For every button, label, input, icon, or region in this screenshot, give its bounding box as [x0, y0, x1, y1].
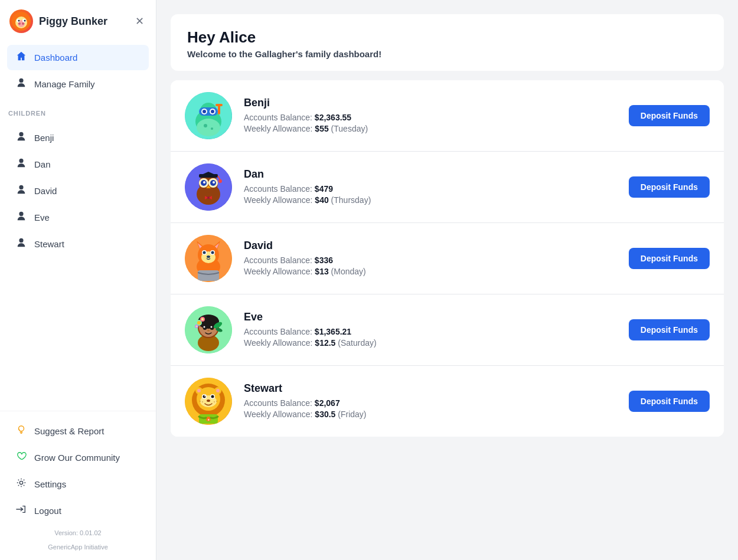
dan-label: Dan	[34, 159, 51, 169]
avatar-benji	[185, 92, 232, 139]
page-subtitle: Welcome to the Gallagher's family dashbo…	[187, 49, 707, 59]
child-card-eve: Eve Accounts Balance: $1,365.21 Weekly A…	[171, 294, 724, 366]
svg-point-40	[207, 197, 210, 199]
deposit-button-benji[interactable]: Deposit Funds	[629, 105, 710, 126]
svg-point-65	[196, 326, 198, 328]
svg-point-7	[18, 20, 20, 22]
benji-balance-value: $2,363.55	[315, 113, 351, 122]
stewart-allowance-day: (Friday)	[338, 410, 366, 419]
person-icon	[15, 77, 27, 91]
svg-point-83	[203, 395, 206, 398]
sidebar-item-benji[interactable]: Benji	[7, 125, 149, 150]
svg-point-31	[203, 181, 205, 184]
svg-point-70	[207, 330, 210, 332]
david-allowance-day: (Monday)	[331, 267, 366, 276]
svg-point-10	[19, 481, 22, 484]
child-card-david: David Accounts Balance: $336 Weekly Allo…	[171, 223, 724, 294]
main-content: Hey Alice Welcome to the Gallagher's fam…	[156, 0, 738, 560]
svg-point-79	[216, 389, 220, 392]
svg-point-87	[202, 401, 203, 402]
child-balance-dan: Accounts Balance: $479	[244, 184, 629, 194]
eve-balance-value: $1,365.21	[315, 327, 351, 336]
svg-point-21	[197, 119, 220, 136]
initiative-text: GenericApp Initiative	[7, 539, 149, 553]
benji-allowance-day: (Tuesday)	[331, 124, 368, 133]
svg-point-53	[207, 256, 210, 258]
dan-allowance-day: (Thursday)	[331, 195, 371, 205]
home-icon	[15, 51, 27, 64]
child-name-dan: Dan	[244, 168, 629, 181]
child-allowance-eve: Weekly Allowance: $12.5 (Saturday)	[244, 338, 629, 348]
svg-point-23	[211, 127, 213, 130]
sidebar-nav: Dashboard Manage Family	[0, 40, 156, 103]
svg-point-51	[203, 251, 206, 254]
child-allowance-david: Weekly Allowance: $13 (Monday)	[244, 267, 629, 276]
child-info-benji: Benji Accounts Balance: $2,363.55 Weekly…	[244, 97, 629, 135]
sidebar-item-david[interactable]: David	[7, 178, 149, 204]
child-balance-stewart: Accounts Balance: $2,067	[244, 398, 629, 408]
child-name-david: David	[244, 240, 629, 252]
child-info-eve: Eve Accounts Balance: $1,365.21 Weekly A…	[244, 311, 629, 349]
heart-icon	[15, 451, 27, 464]
child-card-stewart: ★ Stewart Accounts Balance: $2,067 Weekl…	[171, 366, 724, 437]
stewart-balance-value: $2,067	[315, 398, 340, 408]
lightbulb-icon	[15, 424, 27, 438]
brand: Piggy Bunker	[9, 9, 107, 33]
sidebar-bottom: Suggest & Report Grow Our Community Sett…	[0, 411, 156, 560]
svg-point-63	[201, 318, 204, 320]
sidebar-item-dashboard[interactable]: Dashboard	[7, 45, 149, 70]
brand-name: Piggy Bunker	[39, 15, 107, 28]
svg-point-18	[211, 110, 214, 113]
child-icon-dan	[15, 158, 27, 171]
child-allowance-benji: Weekly Allowance: $55 (Tuesday)	[244, 124, 629, 133]
avatar-eve	[185, 306, 232, 353]
grow-community-item[interactable]: Grow Our Community	[7, 445, 149, 470]
manage-family-label: Manage Family	[34, 79, 95, 89]
settings-item[interactable]: Settings	[7, 471, 149, 497]
child-card-benji: Benji Accounts Balance: $2,363.55 Weekly…	[171, 80, 724, 152]
sidebar-header: Piggy Bunker ✕	[0, 0, 156, 40]
svg-point-4	[22, 22, 24, 25]
deposit-button-dan[interactable]: Deposit Funds	[629, 176, 710, 198]
avatar-dan	[185, 163, 232, 211]
svg-point-86	[207, 399, 210, 402]
sidebar-item-dan[interactable]: Dan	[7, 152, 149, 177]
david-balance-value: $336	[315, 256, 333, 265]
deposit-button-eve[interactable]: Deposit Funds	[629, 319, 710, 340]
logout-icon	[15, 504, 27, 518]
page-greeting: Hey Alice	[187, 28, 707, 47]
child-name-stewart: Stewart	[244, 382, 629, 395]
close-sidebar-button[interactable]: ✕	[133, 12, 146, 30]
child-info-david: David Accounts Balance: $336 Weekly Allo…	[244, 240, 629, 278]
sidebar: Piggy Bunker ✕ Dashboard Manage Family C…	[0, 0, 156, 560]
benji-label: Benji	[34, 133, 54, 143]
svg-point-90	[216, 401, 217, 402]
deposit-button-david[interactable]: Deposit Funds	[629, 248, 710, 269]
avatar-david	[185, 235, 232, 282]
david-label: David	[34, 186, 57, 196]
svg-point-8	[24, 20, 26, 22]
children-list: Benji Accounts Balance: $2,363.55 Weekly…	[171, 80, 724, 437]
child-balance-david: Accounts Balance: $336	[244, 256, 629, 265]
child-balance-eve: Accounts Balance: $1,365.21	[244, 327, 629, 336]
child-allowance-dan: Weekly Allowance: $40 (Thursday)	[244, 195, 629, 205]
svg-rect-20	[215, 104, 223, 106]
child-name-eve: Eve	[244, 311, 629, 323]
child-allowance-stewart: Weekly Allowance: $30.5 (Friday)	[244, 410, 629, 419]
sidebar-item-manage-family[interactable]: Manage Family	[7, 71, 149, 97]
logout-item[interactable]: Logout	[7, 498, 149, 523]
suggest-report-item[interactable]: Suggest & Report	[7, 418, 149, 444]
svg-point-84	[211, 395, 214, 398]
grow-community-label: Grow Our Community	[34, 453, 120, 463]
child-card-dan: Dan Accounts Balance: $479 Weekly Allowa…	[171, 152, 724, 223]
child-icon-benji	[15, 131, 27, 145]
child-name-benji: Benji	[244, 97, 629, 109]
brand-logo	[9, 9, 33, 33]
sidebar-item-stewart[interactable]: Stewart	[7, 231, 149, 257]
child-info-dan: Dan Accounts Balance: $479 Weekly Allowa…	[244, 168, 629, 207]
settings-label: Settings	[34, 479, 66, 489]
child-info-stewart: Stewart Accounts Balance: $2,067 Weekly …	[244, 382, 629, 421]
sidebar-item-eve[interactable]: Eve	[7, 205, 149, 230]
svg-point-32	[213, 181, 215, 184]
deposit-button-stewart[interactable]: Deposit Funds	[629, 391, 710, 412]
